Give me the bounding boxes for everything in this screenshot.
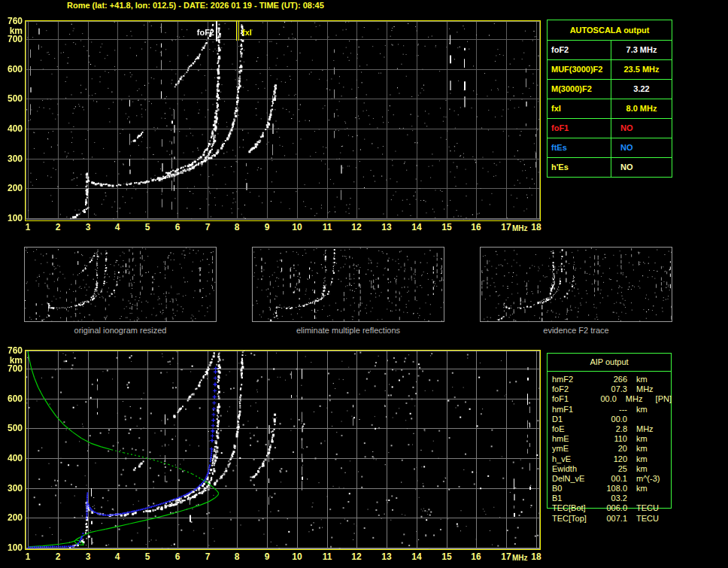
x-axis-tick-6: 6 <box>168 552 187 561</box>
autoscala-row-value: 23.5 MHz <box>611 60 672 79</box>
y-axis-tick-100: 100 <box>2 214 23 223</box>
x-axis-tick-11: 11 <box>318 552 336 561</box>
thumbnail-evidence-canvas <box>481 248 672 321</box>
x-axis-tick-5: 5 <box>138 223 156 232</box>
autoscala-row-value: 3.22 <box>611 80 672 99</box>
autoscala-output-table: AUTOSCALA output foF27.3 MHzMUF(3000)F22… <box>547 20 672 178</box>
aip-cell: MHz <box>636 424 669 434</box>
thumbnail-original-canvas <box>25 248 216 321</box>
aip-row-foF2: foF207.3MHz <box>552 384 672 394</box>
aip-row-ymE: ymE20km <box>552 444 672 454</box>
x-axis-tick-11: 11 <box>318 223 336 232</box>
aip-cell: [PN] <box>656 394 672 404</box>
x-axis-tick-18: 18 <box>527 552 545 561</box>
foF2-marker-line <box>216 21 217 41</box>
autoscala-row-foF1: foF1NO <box>548 118 672 138</box>
x-axis-tick-3: 3 <box>79 223 97 232</box>
aip-cell: MHz <box>626 394 654 404</box>
aip-cell: 03.2 <box>597 494 627 503</box>
aip-row-Ewidth: Ewidth25km <box>552 464 672 474</box>
y-axis-tick-200: 200 <box>2 513 23 522</box>
aip-cell: 120 <box>597 454 627 464</box>
autoscala-row-value: 8.0 MHz <box>611 99 672 118</box>
x-axis-unit: MHz <box>512 225 528 232</box>
aip-cell: km <box>636 444 669 454</box>
x-axis-tick-4: 4 <box>108 552 126 561</box>
aip-cell: 110 <box>597 434 627 444</box>
y-axis-tick-760: 760 <box>2 17 23 26</box>
aip-output-table: AIP output hmF2266kmfoF207.3MHzfoF100.0M… <box>547 353 672 524</box>
aip-cell: Ewidth <box>552 464 597 474</box>
x-axis-tick-8: 8 <box>228 223 246 232</box>
x-axis-tick-12: 12 <box>347 552 366 561</box>
aip-cell: 00.0 <box>591 394 617 404</box>
aip-cell: MHz <box>636 384 669 394</box>
aip-row-hmF1: hmF1---km <box>552 405 672 415</box>
aip-cell: foE <box>552 424 597 434</box>
y-axis-tick-600: 600 <box>2 394 23 403</box>
x-axis-tick-12: 12 <box>347 223 366 232</box>
x-axis-tick-18: 18 <box>527 223 545 232</box>
aip-cell: 2.8 <box>597 424 627 434</box>
autoscala-row-value: NO <box>611 119 672 138</box>
aip-cell: TECU <box>636 503 669 513</box>
aip-rows: hmF2266kmfoF207.3MHzfoF100.0MHz[PN]hmF1-… <box>547 371 672 524</box>
autoscala-row-label: foF2 <box>548 41 611 59</box>
y-axis-tick-300: 300 <box>2 484 23 493</box>
autoscala-row-value: 7.3 MHz <box>611 41 672 59</box>
autoscala-row-value: NO <box>611 158 672 177</box>
aip-row-h_vE: h_vE120km <box>552 454 672 464</box>
x-axis-tick-6: 6 <box>168 223 187 232</box>
aip-cell: 20 <box>597 444 627 454</box>
aip-cell: B1 <box>552 494 597 503</box>
top-ionogram-canvas <box>26 21 540 220</box>
aip-cell: TECU <box>636 514 669 524</box>
x-axis-tick-10: 10 <box>288 552 306 561</box>
aip-cell: hmE <box>552 434 597 444</box>
y-axis-tick-760: 760 <box>2 346 23 355</box>
aip-cell: B0 <box>552 484 597 494</box>
thumbnail-eliminate-canvas <box>253 248 444 321</box>
station-title: Rome (lat: +41.8, lon: 012.5) - DATE: 20… <box>67 1 324 10</box>
thumbnail-evidence-caption: evidence F2 trace <box>480 326 672 335</box>
aip-cell: TEC[Bot] <box>552 503 597 513</box>
y-axis-unit: km <box>2 26 23 35</box>
aip-cell: km <box>636 464 669 474</box>
aip-cell: 006.0 <box>597 503 627 513</box>
aip-cell: 25 <box>597 464 627 474</box>
x-axis-tick-10: 10 <box>288 223 306 232</box>
x-axis-tick-15: 15 <box>438 552 456 561</box>
aip-row-D1: D100.0 <box>552 415 672 424</box>
aip-cell: TEC[Top] <box>552 514 597 524</box>
aip-cell: --- <box>597 405 627 415</box>
x-axis-tick-13: 13 <box>378 552 396 561</box>
autoscala-table-title: AUTOSCALA output <box>548 20 672 40</box>
bottom-ionogram-canvas <box>26 351 540 549</box>
autoscala-output-screen: Rome (lat: +41.8, lon: 012.5) - DATE: 20… <box>0 0 728 568</box>
thumbnail-eliminate-reflections <box>252 247 444 322</box>
aip-row-foE: foE2.8MHz <box>552 424 672 434</box>
foF2-marker-label: foF2 <box>190 29 214 37</box>
aip-cell: D1 <box>552 415 597 424</box>
aip-row-DelN_vE: DelN_vE00.1m^(-3) <box>552 474 672 484</box>
fxI-marker-label: fxI <box>242 29 252 37</box>
aip-cell <box>636 494 669 503</box>
autoscala-row-label: fxI <box>548 99 611 118</box>
aip-row-B0: B0108.0km <box>552 484 672 494</box>
aip-cell: km <box>636 454 669 464</box>
aip-table-title: AIP output <box>547 353 672 371</box>
autoscala-row-ftEs: ftEsNO <box>548 138 672 157</box>
aip-cell: 007.1 <box>597 514 627 524</box>
y-axis-tick-400: 400 <box>2 124 23 133</box>
aip-cell: km <box>636 405 669 415</box>
aip-cell <box>636 415 669 424</box>
x-axis-tick-9: 9 <box>258 552 276 561</box>
aip-row-foF1: foF100.0MHz[PN] <box>552 394 672 404</box>
autoscala-row-label: M(3000)F2 <box>548 80 611 99</box>
x-axis-tick-5: 5 <box>138 552 156 561</box>
x-axis-tick-1: 1 <box>19 223 37 232</box>
x-axis-tick-14: 14 <box>408 552 426 561</box>
x-axis-tick-16: 16 <box>467 552 485 561</box>
aip-cell: km <box>636 434 669 444</box>
autoscala-row-label: foF1 <box>548 119 611 138</box>
